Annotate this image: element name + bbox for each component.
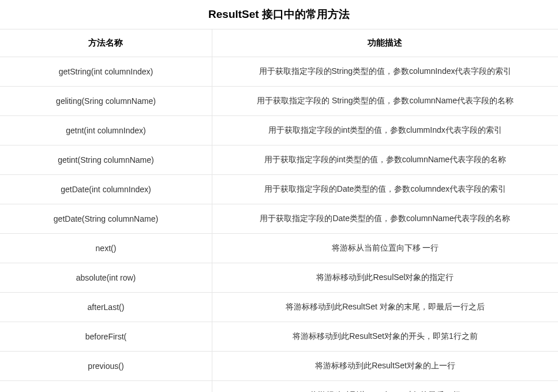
table-row: afterLast() 将游标移动到此ResultSet 对象的末尾，即最后一行… xyxy=(0,293,558,322)
cell-method: getString(int columnIndex) xyxy=(0,57,212,87)
table-row: getDate(String columnName) 用于获取指定字段的Date… xyxy=(0,204,558,234)
table-title: ResultSet 接口中的常用方法 xyxy=(0,0,558,29)
table-row: absolute(int row) 将游标移动到此ResulSel对象的指定行 xyxy=(0,263,558,293)
cell-description: 用于获取指定字段的Date类型的值，参数columnName代表字段的名称 xyxy=(212,204,558,234)
cell-method: beforeFirst( xyxy=(0,322,212,352)
header-description: 功能描述 xyxy=(212,29,558,57)
table-row: getString(int columnIndex) 用于获取指定字段的Stri… xyxy=(0,57,558,87)
header-method: 方法名称 xyxy=(0,29,212,57)
cell-method: absolute(int row) xyxy=(0,263,212,293)
table-header-row: 方法名称 功能描述 xyxy=(0,29,558,57)
resultset-methods-table: ResultSet 接口中的常用方法 方法名称 功能描述 getString(i… xyxy=(0,0,558,392)
cell-description: 将游标从当前位置向下移 一行 xyxy=(212,234,558,263)
table-row: next() 将游标从当前位置向下移 一行 xyxy=(0,234,558,263)
cell-description: 将游标移动到此ResulSel对象的指定行 xyxy=(212,263,558,293)
cell-method: last() xyxy=(0,381,212,393)
cell-description: 用于获取指定字段的int类型的值，参数columnName代表字段的名称 xyxy=(212,145,558,175)
cell-method: getDate(int columnIndex) xyxy=(0,175,212,204)
cell-method: next() xyxy=(0,234,212,263)
cell-method: getnt(int columnIndex) xyxy=(0,116,212,145)
table-row: last() 将游标移动到此ResultSet 对象的最后一行 xyxy=(0,381,558,393)
cell-description: 用于获取指定字段的String类型的值，参数columnIndex代表字段的索引 xyxy=(212,57,558,87)
cell-method: previous() xyxy=(0,352,212,381)
cell-description: 将游标移动到此ResultSet对象的上一行 xyxy=(212,352,558,381)
cell-method: getDate(String columnName) xyxy=(0,204,212,234)
table-row: beforeFirst( 将游标移动到此ResultSet对象的开头，即第1行之… xyxy=(0,322,558,352)
cell-method: geliting(Sring columnName) xyxy=(0,87,212,116)
cell-method: getint(String columnName) xyxy=(0,145,212,175)
cell-description: 用于获取指定字段的Date类型的值，参数columndex代表字段的索引 xyxy=(212,175,558,204)
table-row: getint(String columnName) 用于获取指定字段的int类型… xyxy=(0,145,558,175)
cell-description: 用于获取指定字段的 String类型的值，参数columnName代表字段的名称 xyxy=(212,87,558,116)
cell-description: 将游标移动到此ResultSet 对象的最后一行 xyxy=(212,381,558,393)
cell-description: 将游标移动到此ResultSet 对象的末尾，即最后一行之后 xyxy=(212,293,558,322)
table-row: geliting(Sring columnName) 用于获取指定字段的 Str… xyxy=(0,87,558,116)
table-body: getString(int columnIndex) 用于获取指定字段的Stri… xyxy=(0,57,558,393)
table-row: previous() 将游标移动到此ResultSet对象的上一行 xyxy=(0,352,558,381)
table-row: getnt(int columnIndex) 用于获取指定字段的int类型的值，… xyxy=(0,116,558,145)
table-container: ResultSet 接口中的常用方法 方法名称 功能描述 getString(i… xyxy=(0,0,558,392)
cell-method: afterLast() xyxy=(0,293,212,322)
cell-description: 将游标移动到此ResultSet对象的开头，即第1行之前 xyxy=(212,322,558,352)
table-row: getDate(int columnIndex) 用于获取指定字段的Date类型… xyxy=(0,175,558,204)
cell-description: 用于获取指定字段的int类型的值，参数clummIndx代表字段的索引 xyxy=(212,116,558,145)
